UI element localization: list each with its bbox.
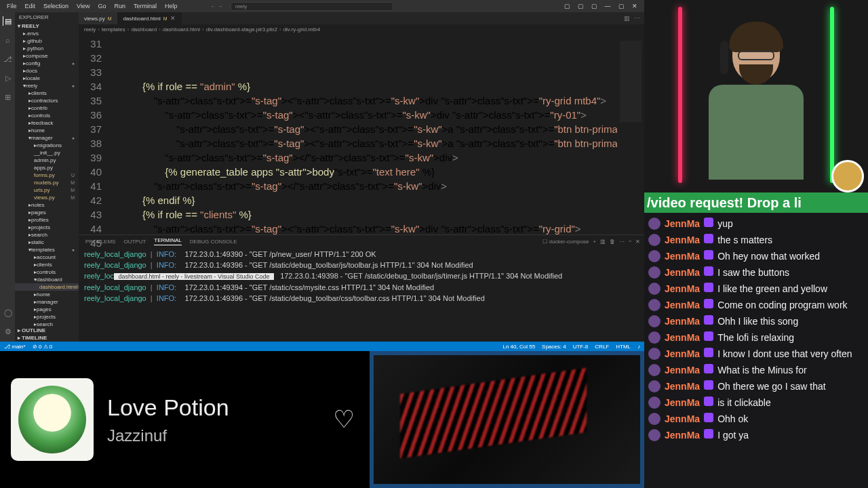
close-icon[interactable]: ✕ xyxy=(170,15,176,22)
winctrl-5[interactable]: ✕ xyxy=(631,3,639,9)
tree-item[interactable]: ▸ migrations xyxy=(15,142,79,149)
tree-item[interactable]: ▸ clients xyxy=(15,261,79,268)
status-item[interactable]: HTML xyxy=(616,344,631,350)
menu-selection[interactable]: Selection xyxy=(39,1,73,11)
menu-run[interactable]: Run xyxy=(110,1,130,11)
editor-tab[interactable]: views.py M xyxy=(79,12,118,24)
tree-item[interactable]: admin.py xyxy=(15,157,79,164)
menu-view[interactable]: View xyxy=(73,1,94,11)
chat-username[interactable]: JennMa xyxy=(665,413,700,425)
winctrl-4[interactable]: ▢ xyxy=(617,3,625,9)
more-icon[interactable]: ⋯ xyxy=(619,239,625,245)
trash-icon[interactable]: 🗑 xyxy=(610,239,615,245)
more-icon[interactable]: ⋯ xyxy=(634,15,640,22)
tree-item[interactable]: ▸ home xyxy=(15,291,79,298)
tree-item[interactable]: views.pyM xyxy=(15,194,79,201)
status-item[interactable]: ♪ xyxy=(637,344,640,350)
maximize-icon[interactable]: ^ xyxy=(629,239,631,245)
menu-edit[interactable]: Edit xyxy=(21,1,40,11)
tree-item[interactable]: ▸ feedback xyxy=(15,119,79,127)
tree-item[interactable]: ▸ contrib xyxy=(15,104,79,112)
tree-item[interactable]: ▸ manager xyxy=(15,298,79,306)
account-icon[interactable]: ◯ xyxy=(3,308,12,317)
tree-item[interactable]: ▸ static xyxy=(15,239,79,246)
tree-item[interactable]: ▸ controls xyxy=(15,112,79,119)
code-editor[interactable]: 313233343536373839404142434445 {% if rol… xyxy=(79,34,644,235)
chat-username[interactable]: JennMa xyxy=(665,429,700,441)
tree-item[interactable]: ▸ projects xyxy=(15,313,79,321)
tree-item[interactable]: ▸ search xyxy=(15,231,79,239)
chat-username[interactable]: JennMa xyxy=(665,218,700,230)
tree-item[interactable]: models.pyM xyxy=(15,179,79,186)
tree-item[interactable]: ▾ templates● xyxy=(15,246,79,253)
tree-item[interactable]: ▸ .envs xyxy=(15,30,79,37)
chat-username[interactable]: JennMa xyxy=(665,396,700,409)
tree-item[interactable]: ▸ .github xyxy=(15,37,79,45)
crumb[interactable]: dashboard xyxy=(131,26,157,33)
gear-icon[interactable]: ⚙ xyxy=(3,327,12,336)
tree-item[interactable]: ▸ notes xyxy=(15,201,79,209)
crumb[interactable]: div.dashboard-stage.plr3.ptb2 xyxy=(206,26,277,33)
status-item[interactable]: UTF-8 xyxy=(573,344,589,350)
timeline-section[interactable]: ▸ TIMELINE xyxy=(15,334,79,342)
heart-icon[interactable]: ♡ xyxy=(329,405,359,434)
chat-username[interactable]: JennMa xyxy=(665,348,700,360)
chat-username[interactable]: JennMa xyxy=(665,266,700,279)
extensions-icon[interactable]: ⊞ xyxy=(3,92,12,102)
scm-icon[interactable]: ⎇ xyxy=(3,54,12,64)
tree-item[interactable]: ▸ docs xyxy=(15,67,79,75)
tree-item[interactable]: ▸ controls xyxy=(15,268,79,276)
tree-item[interactable]: urls.pyM xyxy=(15,186,79,194)
tree-item[interactable]: ▸ profiles xyxy=(15,216,79,224)
tree-item[interactable]: ▸ account xyxy=(15,253,79,261)
panel-tab-debug console[interactable]: DEBUG CONSOLE xyxy=(190,239,237,245)
menu-help[interactable]: Help xyxy=(161,1,182,11)
panel-tab-terminal[interactable]: TERMINAL xyxy=(154,237,181,245)
tree-item[interactable]: ▸ home xyxy=(15,127,79,134)
panel-tab-output[interactable]: OUTPUT xyxy=(123,239,146,245)
tree-item[interactable]: ▾ reely● xyxy=(15,82,79,89)
chat-username[interactable]: JennMa xyxy=(665,364,700,376)
tree-item[interactable]: ▸ .python xyxy=(15,45,79,52)
minimap[interactable] xyxy=(617,34,644,235)
crumb[interactable]: reely xyxy=(84,26,96,33)
editor-tab[interactable]: dashboard.html M ✕ xyxy=(118,12,182,24)
menu-go[interactable]: Go xyxy=(94,1,110,11)
terminal-output[interactable]: reely_local_django | INFO: 172.23.0.1:49… xyxy=(79,247,644,342)
menu-file[interactable]: File xyxy=(3,1,21,11)
branch-status[interactable]: ⎇ main* xyxy=(4,344,26,350)
winctrl-0[interactable]: ▢ xyxy=(563,3,571,9)
stream-chat[interactable]: JennMayupJennMathe s mattersJennMaOh hey… xyxy=(644,213,868,488)
chat-username[interactable]: JennMa xyxy=(665,250,700,262)
menu-terminal[interactable]: Terminal xyxy=(130,1,161,11)
chat-username[interactable]: JennMa xyxy=(665,331,700,344)
debug-icon[interactable]: ▷ xyxy=(3,73,12,83)
tree-item[interactable]: ▸ clients xyxy=(15,89,79,97)
tree-item[interactable]: ▸ contractors xyxy=(15,97,79,104)
crumb[interactable]: dashboard.html xyxy=(163,26,200,33)
tree-item[interactable]: ▸ projects xyxy=(15,224,79,231)
chat-username[interactable]: JennMa xyxy=(665,234,700,246)
code-content[interactable]: {% if role == "admin" %} "s-attr">class"… xyxy=(108,34,617,235)
explorer-icon[interactable]: ▤ xyxy=(3,16,12,26)
tree-item[interactable]: dashboard.htmlM xyxy=(15,283,79,291)
status-item[interactable]: Ln 40, Col 55 xyxy=(502,344,535,350)
chat-username[interactable]: JennMa xyxy=(665,380,700,392)
tree-item[interactable]: ▾ dashboard xyxy=(15,276,79,283)
chat-username[interactable]: JennMa xyxy=(665,299,700,311)
tree-item[interactable]: ▸ locale xyxy=(15,75,79,82)
winctrl-2[interactable]: ▢ xyxy=(590,3,598,9)
add-terminal-icon[interactable]: + xyxy=(593,239,597,245)
split-terminal-icon[interactable]: ▥ xyxy=(600,239,606,245)
outline-section[interactable]: ▸ OUTLINE xyxy=(15,327,79,334)
tree-item[interactable]: ▸ pages xyxy=(15,209,79,216)
tree-item[interactable]: apps.py xyxy=(15,164,79,171)
status-item[interactable]: CRLF xyxy=(595,344,609,350)
tree-item[interactable]: forms.pyU xyxy=(15,171,79,179)
tree-item[interactable]: ▸ compose xyxy=(15,52,79,60)
crumb[interactable]: templates xyxy=(102,26,125,33)
tree-item[interactable]: ▸ pages xyxy=(15,306,79,313)
close-panel-icon[interactable]: ✕ xyxy=(635,239,640,245)
command-center[interactable]: reely xyxy=(231,2,393,11)
chat-username[interactable]: JennMa xyxy=(665,315,700,327)
